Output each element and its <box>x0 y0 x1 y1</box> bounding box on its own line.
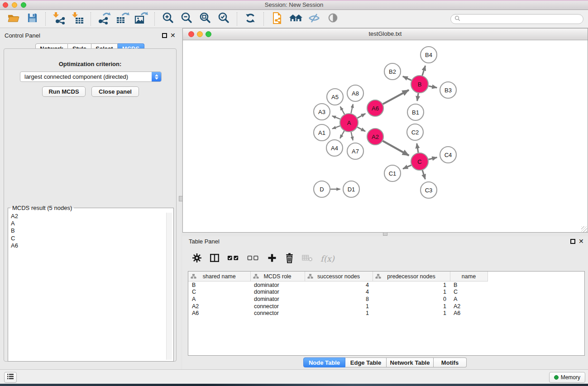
result-scrollbar[interactable] <box>166 213 172 360</box>
network-minimize-icon[interactable] <box>197 31 203 37</box>
delete-column-button[interactable] <box>284 252 295 266</box>
delete-table-button[interactable] <box>301 253 314 265</box>
hide-graphics-details-button[interactable] <box>306 12 322 26</box>
graph-node-A5[interactable]: A5 <box>327 89 343 105</box>
graph-node-A6[interactable]: A6 <box>367 100 383 116</box>
toggle-panel-columns-button[interactable] <box>209 253 220 265</box>
network-canvas[interactable]: B4B2BB3A8A5A6A3B1AC2A1A2A4A7C4CC1C3DD1 <box>183 40 588 233</box>
graph-edge-A-A4[interactable] <box>340 131 344 138</box>
graph-node-A7[interactable]: A7 <box>347 143 363 159</box>
graph-node-A[interactable]: A <box>340 114 358 132</box>
mcds-result-item[interactable]: A <box>11 220 173 227</box>
function-builder-button[interactable]: f(x) <box>320 255 335 263</box>
graph-edge-C-C1[interactable] <box>403 165 411 169</box>
cyndex-home-button[interactable] <box>287 12 304 26</box>
graph-edge-A-A3[interactable] <box>332 116 340 119</box>
graph-edge-A2-C[interactable] <box>383 141 409 155</box>
graph-node-A4[interactable]: A4 <box>326 140 343 156</box>
graph-node-A8[interactable]: A8 <box>347 85 363 101</box>
export-network-button[interactable] <box>96 12 112 26</box>
table-row[interactable]: A6connector11A6 <box>188 310 584 317</box>
graph-edge-B-B2[interactable] <box>403 76 411 81</box>
table-row[interactable]: Bdominator41B <box>188 281 584 289</box>
tab-motifs[interactable]: Motifs <box>434 357 467 367</box>
task-list-button[interactable] <box>4 372 17 383</box>
column-header-shared-name[interactable]: shared name <box>188 272 250 281</box>
graph-node-B[interactable]: B <box>411 76 428 93</box>
zoom-window-icon[interactable] <box>21 2 26 8</box>
graph-edge-A-A5[interactable] <box>340 106 344 114</box>
run-mcds-button[interactable]: Run MCDS <box>42 86 86 97</box>
graph-node-B4[interactable]: B4 <box>421 47 437 63</box>
graph-node-C4[interactable]: C4 <box>440 147 456 163</box>
minimize-window-icon[interactable] <box>12 2 17 8</box>
export-table-button[interactable] <box>115 12 131 26</box>
graph-node-C1[interactable]: C1 <box>384 165 401 181</box>
close-panel-icon[interactable]: ✕ <box>170 33 176 38</box>
export-image-button[interactable] <box>133 12 149 26</box>
graph-node-B3[interactable]: B3 <box>440 82 456 98</box>
graph-edge-A-A6[interactable] <box>357 114 365 118</box>
import-table-button[interactable] <box>69 12 86 26</box>
zoom-in-button[interactable] <box>160 12 176 26</box>
graph-node-A1[interactable]: A1 <box>314 124 330 141</box>
graph-edge-C-C2[interactable] <box>417 143 418 152</box>
memory-button[interactable]: Memory <box>549 372 585 383</box>
mcds-result-item[interactable]: B <box>11 227 173 234</box>
select-all-checkboxes-button[interactable] <box>227 253 240 265</box>
table-row[interactable]: A2connector11A2 <box>188 303 584 310</box>
search-field[interactable] <box>450 14 583 24</box>
graph-node-A3[interactable]: A3 <box>314 104 330 120</box>
graph-edge-B-B1[interactable] <box>417 93 419 101</box>
column-header-name[interactable]: name <box>450 272 488 281</box>
save-session-button[interactable] <box>24 12 40 26</box>
graph-edge-B-B4[interactable] <box>422 66 425 76</box>
unselect-all-checkboxes-button[interactable] <box>247 253 260 265</box>
graph-edge-B-B3[interactable] <box>429 86 437 88</box>
column-header-MCDS-role[interactable]: MCDS role <box>250 272 305 281</box>
network-graph[interactable]: B4B2BB3A8A5A6A3B1AC2A1A2A4A7C4CC1C3DD1 <box>183 40 588 233</box>
import-network-button[interactable] <box>51 12 67 26</box>
close-panel-button[interactable]: Close panel <box>91 86 139 97</box>
network-zoom-icon[interactable] <box>206 31 211 37</box>
zoom-out-button[interactable] <box>178 12 195 26</box>
zoom-fit-button[interactable] <box>197 12 213 26</box>
criterion-dropdown[interactable]: largest connected component (directed) <box>20 71 162 82</box>
graph-edge-C-C3[interactable] <box>422 170 425 179</box>
graph-node-C[interactable]: C <box>411 153 428 170</box>
clone-network-button[interactable] <box>269 12 285 26</box>
refresh-layout-button[interactable] <box>242 12 258 26</box>
graph-node-C2[interactable]: C2 <box>407 124 423 140</box>
graph-edge-A-A8[interactable] <box>351 104 353 114</box>
network-window-titlebar[interactable]: testGlobe.txt <box>183 29 588 40</box>
settings-gear-button[interactable] <box>191 253 202 265</box>
search-input[interactable] <box>460 16 583 22</box>
graph-node-B2[interactable]: B2 <box>384 63 401 80</box>
graph-edge-A6-B[interactable] <box>383 90 409 104</box>
horizontal-split-grabber[interactable] <box>383 232 387 236</box>
mcds-result-item[interactable]: A6 <box>11 242 173 249</box>
table-row[interactable]: Cdominator41C <box>188 289 584 296</box>
table-row[interactable]: Adominator80A <box>188 295 584 303</box>
network-close-icon[interactable] <box>188 31 194 37</box>
graph-node-D1[interactable]: D1 <box>343 181 359 197</box>
graph-node-A2[interactable]: A2 <box>367 129 383 145</box>
graph-edge-A-A2[interactable] <box>358 127 366 131</box>
graph-edge-C-C4[interactable] <box>429 157 437 160</box>
column-header-successor-nodes[interactable]: successor nodes <box>305 272 373 281</box>
mcds-result-item[interactable]: C <box>11 235 173 242</box>
float-panel-icon[interactable] <box>162 33 167 38</box>
tab-node-table[interactable]: Node Table <box>303 357 345 367</box>
mcds-result-item[interactable]: A2 <box>11 213 173 220</box>
resize-grip-icon[interactable] <box>581 226 587 232</box>
table-close-icon[interactable]: ✕ <box>578 239 584 244</box>
birds-eye-view-button[interactable] <box>325 12 341 26</box>
close-window-icon[interactable] <box>3 2 8 8</box>
table-float-icon[interactable] <box>570 239 575 244</box>
column-header-predecessor-nodes[interactable]: predecessor nodes <box>373 272 450 281</box>
zoom-selected-button[interactable] <box>215 12 232 26</box>
graph-node-B1[interactable]: B1 <box>407 104 424 120</box>
tab-network-table[interactable]: Network Table <box>387 357 434 367</box>
open-session-button[interactable] <box>5 12 22 26</box>
tab-edge-table[interactable]: Edge Table <box>345 357 387 367</box>
